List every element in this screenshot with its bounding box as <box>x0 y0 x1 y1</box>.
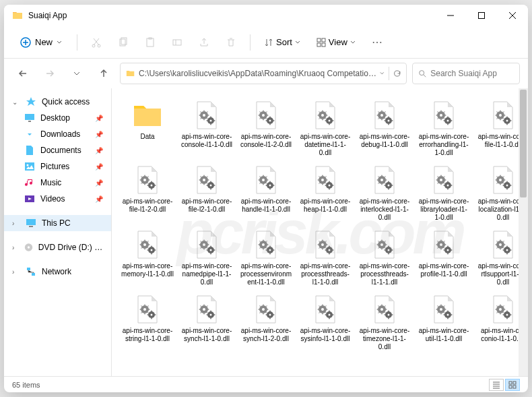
view-button[interactable]: View <box>310 33 362 51</box>
sidebar-documents[interactable]: Documents 📌 <box>4 142 111 158</box>
more-button[interactable]: ⋯ <box>365 30 389 55</box>
file-item[interactable]: api-ms-win-core-file-l2-1-0.dll <box>179 161 234 224</box>
file-label: api-ms-win-core-debug-l1-1-0.dll <box>358 133 411 149</box>
sidebar-quick-access[interactable]: ⌄ Quick access <box>4 94 111 110</box>
chevron-down-icon: ⌄ <box>12 98 20 106</box>
sidebar-videos[interactable]: Videos 📌 <box>4 191 111 207</box>
sort-icon <box>264 38 273 47</box>
file-explorer-window: Suaiqi App New Sort View ⋯ <box>4 5 528 392</box>
file-item[interactable]: api-ms-win-core-interlocked-l1-1-0.dll <box>357 161 412 224</box>
svg-point-123 <box>388 314 390 316</box>
svg-point-115 <box>269 314 271 316</box>
back-button[interactable] <box>12 63 34 84</box>
file-item[interactable]: api-ms-win-core-heap-l1-1-0.dll <box>298 161 353 224</box>
sidebar-label: Music <box>40 178 61 187</box>
svg-point-87 <box>269 249 271 251</box>
folder-icon <box>12 10 23 21</box>
svg-point-101 <box>499 243 502 246</box>
search-box[interactable] <box>412 63 520 84</box>
file-item[interactable]: api-ms-win-core-processthreads-l1-1-1.dl… <box>357 226 412 289</box>
svg-rect-135 <box>513 386 516 388</box>
file-item[interactable]: api-ms-win-core-sysinfo-l1-1-0.dll <box>298 291 353 354</box>
pin-icon: 📌 <box>95 115 103 122</box>
sidebar-desktop[interactable]: Desktop 📌 <box>4 110 111 126</box>
scrollbar[interactable] <box>519 88 528 376</box>
copy-button[interactable] <box>111 30 135 55</box>
icons-view-button[interactable] <box>505 379 520 391</box>
svg-rect-10 <box>322 38 325 42</box>
file-item[interactable]: api-ms-win-core-libraryloader-l1-1-0.dll <box>416 161 471 224</box>
dll-file-icon <box>309 99 341 131</box>
file-item[interactable]: api-ms-win-core-timezone-l1-1-0.dll <box>357 291 412 354</box>
svg-point-105 <box>143 308 146 311</box>
delete-button[interactable] <box>219 30 243 55</box>
details-view-button[interactable] <box>489 379 504 391</box>
cut-button[interactable] <box>84 30 108 55</box>
file-item[interactable]: api-ms-win-core-datetime-l1-1-0.dll <box>298 96 353 160</box>
refresh-icon[interactable] <box>393 69 401 78</box>
svg-point-33 <box>321 114 324 117</box>
dll-file-icon <box>368 99 401 131</box>
file-item[interactable]: api-ms-win-core-handle-l1-1-0.dll <box>238 161 294 224</box>
search-input[interactable] <box>430 69 514 78</box>
file-item[interactable]: api-ms-win-core-debug-l1-1-0.dll <box>357 96 412 160</box>
sidebar-music[interactable]: Music 📌 <box>4 175 111 191</box>
file-item[interactable]: api-ms-win-core-profile-l1-1-0.dll <box>416 226 471 289</box>
dll-file-icon <box>250 164 282 196</box>
svg-point-93 <box>380 243 383 246</box>
file-item[interactable]: api-ms-win-core-console-l1-1-0.dll <box>179 96 234 160</box>
up-button[interactable] <box>93 63 114 84</box>
file-label: api-ms-win-core-memory-l1-1-0.dll <box>121 262 174 278</box>
file-item[interactable]: api-ms-win-core-string-l1-1-0.dll <box>120 291 175 354</box>
desktop-icon <box>24 113 35 123</box>
svg-point-59 <box>269 185 271 187</box>
file-item[interactable]: api-ms-win-core-file-l1-2-0.dll <box>120 161 175 224</box>
file-item[interactable]: api-ms-win-core-namedpipe-l1-1-0.dll <box>179 226 234 289</box>
maximize-button[interactable] <box>466 5 497 26</box>
pin-icon: 📌 <box>95 195 103 203</box>
downloads-icon <box>24 129 35 140</box>
file-item[interactable]: api-ms-win-core-console-l1-2-0.dll <box>238 96 294 160</box>
sidebar-this-pc[interactable]: › This PC <box>4 215 111 231</box>
rename-button[interactable] <box>165 30 189 55</box>
star-icon <box>26 96 36 107</box>
minimize-button[interactable] <box>435 5 466 26</box>
plus-circle-icon <box>20 37 31 48</box>
folder-item[interactable]: Data <box>120 96 175 160</box>
svg-point-55 <box>210 185 212 187</box>
sidebar-downloads[interactable]: Downloads 📌 <box>4 126 111 142</box>
svg-point-129 <box>499 308 502 311</box>
file-label: api-ms-win-core-console-l1-2-0.dll <box>240 133 292 149</box>
file-item[interactable]: api-ms-win-core-synch-l1-2-0.dll <box>238 291 294 354</box>
file-item[interactable]: api-ms-win-core-processenvironment-l1-1-… <box>238 226 294 289</box>
share-button[interactable] <box>192 30 216 55</box>
paste-button[interactable] <box>138 30 162 55</box>
pc-icon <box>26 218 36 228</box>
file-view[interactable]: Dataapi-ms-win-core-console-l1-1-0.dllap… <box>112 88 528 376</box>
pin-icon: 📌 <box>95 179 103 187</box>
file-item[interactable]: api-ms-win-core-util-l1-1-0.dll <box>416 291 471 354</box>
sort-button[interactable]: Sort <box>257 33 307 51</box>
new-button[interactable]: New <box>12 33 70 52</box>
svg-rect-133 <box>513 381 516 384</box>
file-item[interactable]: api-ms-win-core-errorhandling-l1-1-0.dll <box>416 96 471 160</box>
sidebar-network[interactable]: › Network <box>4 264 111 280</box>
videos-icon <box>24 193 35 204</box>
item-count: 65 items <box>12 381 40 389</box>
close-button[interactable] <box>497 5 528 26</box>
recent-button[interactable] <box>66 63 88 84</box>
svg-point-95 <box>388 249 390 251</box>
forward-button[interactable] <box>39 63 61 84</box>
sidebar-dvd[interactable]: › DVD Drive (D:) CCCC <box>4 239 111 255</box>
scrollbar-thumb[interactable] <box>520 90 527 197</box>
file-item[interactable]: api-ms-win-core-synch-l1-1-0.dll <box>179 291 234 354</box>
sidebar-label: This PC <box>42 218 71 228</box>
file-label: api-ms-win-core-console-l1-1-0.dll <box>180 133 233 149</box>
file-item[interactable]: api-ms-win-core-processthreads-l1-1-0.dl… <box>298 226 353 289</box>
file-item[interactable]: api-ms-win-core-memory-l1-1-0.dll <box>120 226 175 289</box>
breadcrumb[interactable]: C:\Users\karolisliucveikis\AppData\Roami… <box>120 63 407 84</box>
svg-rect-19 <box>29 226 33 227</box>
sidebar-pictures[interactable]: Pictures 📌 <box>4 158 111 175</box>
svg-point-69 <box>440 179 442 181</box>
search-icon <box>418 69 426 78</box>
